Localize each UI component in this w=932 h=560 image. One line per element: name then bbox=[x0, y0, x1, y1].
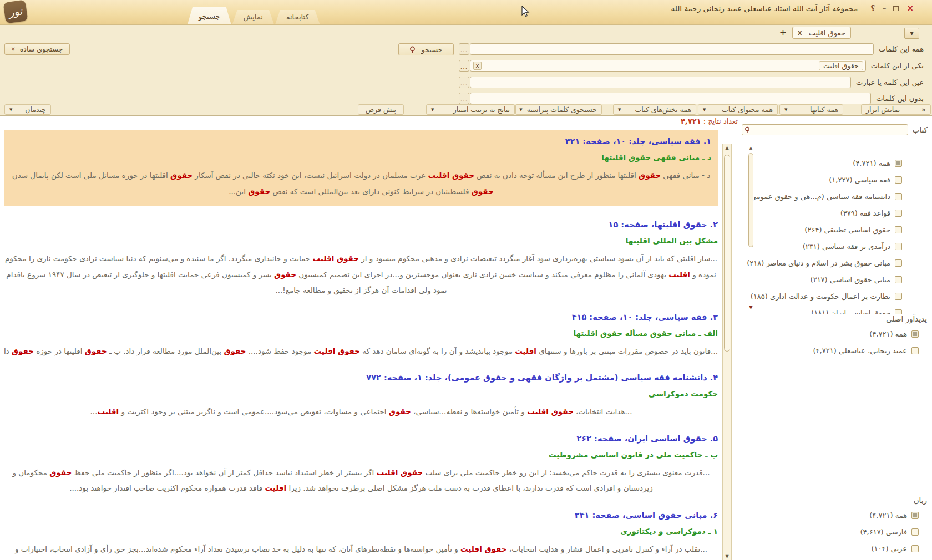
search-button[interactable]: جستجو bbox=[398, 43, 454, 55]
minimize-icon[interactable]: – bbox=[882, 4, 886, 12]
simple-search-button[interactable]: جستجوی ساده « bbox=[4, 43, 70, 55]
result-item[interactable]: ۲. حقوق اقلیتها، صفحه: ۱۵ مشکل بین الملل… bbox=[4, 219, 718, 298]
facet-item[interactable]: نظارت بر اعمال حکومت و عدالت اداری (۱۸۵) bbox=[738, 288, 932, 304]
facet-item[interactable]: مبانی حقوق بشر در اسلام و دنیای معاصر (۲… bbox=[738, 254, 932, 271]
result-title[interactable]: ۵. حقوق اساسی ایران، صفحه: ۲۶۲ bbox=[4, 433, 718, 444]
facet-label: همه (۴,۷۲۱) bbox=[869, 330, 907, 338]
show-tools-button[interactable]: « نمایش ابزار bbox=[861, 104, 931, 115]
checkbox[interactable] bbox=[895, 160, 902, 167]
close-icon[interactable]: × bbox=[906, 4, 914, 13]
facet-item[interactable]: مبانی حقوق اساسی (۲۱۷) bbox=[738, 271, 932, 288]
tab-search[interactable]: جستجو bbox=[188, 7, 231, 24]
checkbox[interactable] bbox=[895, 226, 902, 233]
facet-item[interactable]: فقه سیاسی (۱,۲۲۷) bbox=[738, 171, 932, 188]
checkbox[interactable] bbox=[895, 176, 902, 184]
result-title[interactable]: ۴. دانشنامه فقه سیاسی (مشتمل بر واژگان ف… bbox=[4, 372, 718, 383]
checkbox[interactable] bbox=[895, 276, 902, 283]
layout-dropdown[interactable]: چیدمان ▼ bbox=[4, 104, 51, 115]
results-scrollbar[interactable]: ▲ ▼ bbox=[722, 144, 732, 560]
book-facet-search-input[interactable] bbox=[753, 125, 908, 135]
layout-label: چیدمان bbox=[25, 105, 46, 114]
facet-label: مبانی حقوق بشر در اسلام و دنیای معاصر (۲… bbox=[747, 259, 890, 267]
tab-library[interactable]: کتابخانه bbox=[275, 10, 320, 24]
facet-item[interactable]: همه (۴,۷۲۱) bbox=[738, 507, 932, 523]
clear-term-icon[interactable]: x bbox=[473, 62, 482, 70]
help-icon[interactable]: ؟ bbox=[870, 4, 875, 12]
result-title[interactable]: ۱. فقه سیاسی، جلد: ۱۰، صفحه: ۴۲۱ bbox=[11, 136, 711, 147]
scroll-up-icon[interactable]: ▲ bbox=[748, 146, 754, 150]
more-options-button[interactable]: ... bbox=[459, 60, 469, 72]
all-books-dropdown[interactable]: همه کتابها ▼ bbox=[779, 104, 843, 115]
facet-item[interactable]: حقوق اساسی ایران (۱۸۱) bbox=[738, 304, 932, 314]
tab-display[interactable]: نمایش bbox=[232, 10, 274, 24]
facet-scrollbar[interactable]: ▲ ▼ bbox=[748, 146, 754, 310]
result-item[interactable]: ۳. فقه سیاسی، جلد: ۱۰، صفحه: ۴۱۵ الف ـ م… bbox=[4, 312, 718, 359]
facet-label: همه (۴,۷۲۱) bbox=[869, 511, 907, 520]
checkbox[interactable] bbox=[895, 193, 902, 200]
result-heading[interactable]: ۱ ـ دموکراسی و دیکتاتوری bbox=[4, 526, 718, 537]
scroll-down-icon[interactable]: ▼ bbox=[723, 554, 731, 559]
facet-label: قواعد فقه (۳۷۹) bbox=[840, 209, 890, 217]
checkbox[interactable] bbox=[911, 347, 919, 354]
any-words-input[interactable]: حقوق اقلیت x bbox=[470, 60, 866, 72]
result-snippet: ...قانون باید در خصوص مقررات مبتنی بر با… bbox=[4, 343, 718, 359]
result-heading[interactable]: حکومت دموکراسی bbox=[4, 389, 718, 399]
checkbox[interactable] bbox=[911, 545, 919, 552]
facet-item[interactable]: عمید زنجانی، عباسعلی (۴,۷۲۱) bbox=[738, 342, 932, 359]
title-bar: نور × – ؟ مجموعه آثار آیت الله استاد عبا… bbox=[0, 0, 932, 25]
scrollbar-thumb[interactable] bbox=[748, 153, 753, 247]
scroll-up-icon[interactable]: ▲ bbox=[723, 145, 731, 150]
result-heading[interactable]: ب ـ حاکمیت ملی در قانون اساسی مشروطیت bbox=[4, 450, 718, 460]
checkbox[interactable] bbox=[895, 259, 902, 267]
all-words-input[interactable] bbox=[470, 43, 874, 55]
checkbox[interactable] bbox=[911, 330, 919, 338]
facet-item[interactable]: عربی (۱۰۴) bbox=[738, 540, 932, 557]
result-heading[interactable]: مشکل بین المللی اقلیتها bbox=[4, 236, 718, 246]
all-books-label: همه کتابها bbox=[810, 105, 838, 114]
query-tabs-dropdown[interactable]: ▼ bbox=[904, 28, 919, 39]
facet-item[interactable]: قواعد فقه (۳۷۹) bbox=[738, 205, 932, 221]
scroll-down-icon[interactable]: ▼ bbox=[748, 304, 754, 310]
book-facet-search[interactable] bbox=[742, 124, 908, 135]
result-item[interactable]: ۵. حقوق اساسی ایران، صفحه: ۲۶۲ ب ـ حاکمی… bbox=[4, 433, 718, 496]
add-query-tab-button[interactable]: + bbox=[778, 27, 788, 38]
trimmed-words-dropdown[interactable]: جستجوی کلمات پیراسته ▼ bbox=[515, 104, 602, 115]
checkbox[interactable] bbox=[895, 243, 902, 250]
chevron-down-icon: ▼ bbox=[618, 108, 621, 112]
result-title[interactable]: ۲. حقوق اقلیتها، صفحه: ۱۵ bbox=[4, 219, 718, 230]
restore-icon[interactable] bbox=[893, 6, 899, 11]
query-tab-chip[interactable]: حقوق اقلیت x bbox=[792, 27, 851, 39]
sort-by-score-dropdown[interactable]: نتایج به ترتیب امتیاز ▼ bbox=[426, 104, 515, 115]
query-tab-close-icon[interactable]: x bbox=[798, 29, 802, 37]
default-button[interactable]: پیش فرض bbox=[358, 104, 404, 115]
checkbox[interactable] bbox=[895, 293, 902, 300]
all-book-sections-dropdown[interactable]: همه بخش‌های کتاب ▼ bbox=[613, 104, 696, 115]
checkbox[interactable] bbox=[911, 528, 919, 536]
result-heading[interactable]: د ـ مبانی فقهی حقوق اقلیتها bbox=[11, 152, 711, 163]
all-book-content-label: همه محتوای کتاب bbox=[722, 105, 773, 114]
exact-phrase-input[interactable] bbox=[470, 77, 851, 88]
search-term-chip[interactable]: حقوق اقلیت bbox=[819, 61, 863, 70]
result-item[interactable]: ۴. دانشنامه فقه سیاسی (مشتمل بر واژگان ف… bbox=[4, 372, 718, 420]
scrollbar-thumb[interactable] bbox=[724, 155, 730, 352]
facet-item[interactable]: حقوق اساسی تطبیقی (۲۶۴) bbox=[738, 221, 932, 238]
result-heading[interactable]: الف ـ مبانی حقوق مسأله حقوق اقلیتها bbox=[4, 328, 718, 339]
without-words-input[interactable] bbox=[470, 93, 871, 104]
result-item[interactable]: ۶. مبانی حقوق اساسی، صفحه: ۲۴۱ ۱ ـ دموکر… bbox=[4, 510, 718, 560]
all-book-content-dropdown[interactable]: همه محتوای کتاب ▼ bbox=[698, 104, 778, 115]
facet-item[interactable]: دانشنامه فقه سیاسی (م...هی و حقوق عمومی) bbox=[738, 188, 932, 205]
checkbox[interactable] bbox=[895, 210, 902, 217]
facet-item[interactable]: فارسی (۴,۶۱۷) bbox=[738, 523, 932, 540]
app-window: نور × – ؟ مجموعه آثار آیت الله استاد عبا… bbox=[0, 0, 932, 560]
result-title[interactable]: ۳. فقه سیاسی، جلد: ۱۰، صفحه: ۴۱۵ bbox=[4, 312, 718, 323]
checkbox[interactable] bbox=[895, 309, 902, 315]
result-item[interactable]: ۱. فقه سیاسی، جلد: ۱۰، صفحه: ۴۲۱ د ـ مبا… bbox=[4, 130, 718, 206]
result-title[interactable]: ۶. مبانی حقوق اساسی، صفحه: ۲۴۱ bbox=[4, 510, 718, 521]
more-options-button[interactable]: ... bbox=[459, 77, 469, 88]
more-options-button[interactable]: ... bbox=[459, 43, 469, 55]
facet-item[interactable]: همه (۴,۷۲۱) bbox=[738, 155, 932, 171]
facet-item[interactable]: درآمدی بر فقه سیاسی (۲۳۱) bbox=[738, 238, 932, 254]
checkbox[interactable] bbox=[911, 512, 919, 519]
facet-item[interactable]: همه (۴,۷۲۱) bbox=[738, 325, 932, 342]
more-options-button[interactable]: ... bbox=[459, 93, 469, 104]
